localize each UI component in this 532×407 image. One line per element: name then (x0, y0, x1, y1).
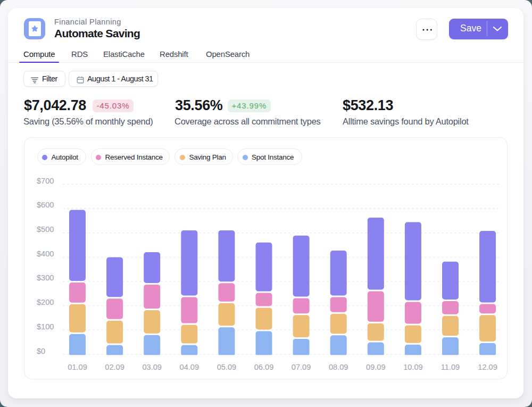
svg-text:$200: $200 (37, 298, 54, 306)
svg-text:01.09: 01.09 (68, 363, 87, 371)
svg-text:$600: $600 (37, 201, 54, 209)
svg-text:10.09: 10.09 (403, 363, 423, 371)
svg-text:05.09: 05.09 (217, 363, 237, 371)
svg-text:12.09: 12.09 (478, 363, 497, 371)
svg-text:$300: $300 (37, 273, 54, 282)
svg-text:$0: $0 (37, 347, 45, 355)
svg-text:$500: $500 (37, 225, 54, 234)
svg-text:03.09: 03.09 (142, 363, 162, 371)
svg-text:09.09: 09.09 (366, 363, 386, 371)
svg-text:$700: $700 (37, 177, 54, 185)
svg-text:02.09: 02.09 (105, 363, 124, 371)
svg-text:11.09: 11.09 (441, 363, 460, 371)
svg-text:$100: $100 (37, 322, 54, 331)
svg-text:07.09: 07.09 (292, 363, 311, 371)
svg-text:04.09: 04.09 (180, 363, 200, 371)
svg-text:$400: $400 (37, 250, 54, 258)
svg-text:08.09: 08.09 (329, 363, 348, 371)
svg-text:06.09: 06.09 (254, 363, 274, 371)
